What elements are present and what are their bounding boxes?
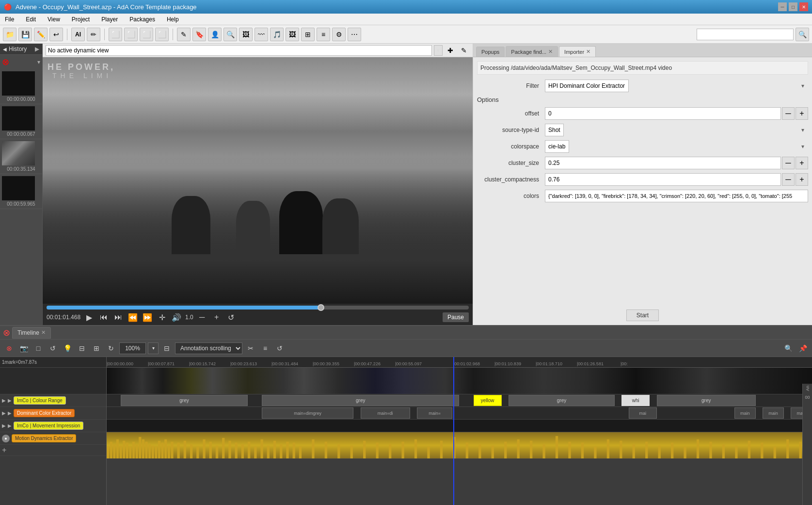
- history-item-3[interactable]: 00:00:59.965: [0, 174, 42, 209]
- dom-segment-6[interactable]: main: [763, 407, 784, 419]
- video-player[interactable]: HE POWER, THE LIMI: [43, 57, 473, 304]
- save-button[interactable]: 💾: [18, 28, 32, 41]
- menu-player[interactable]: Player: [98, 15, 121, 24]
- minimize-button[interactable]: ─: [778, 2, 787, 11]
- motion-dynamics-track[interactable]: [107, 432, 812, 459]
- undo-button[interactable]: ↩: [49, 28, 63, 41]
- menu-view[interactable]: View: [45, 15, 63, 24]
- timeline-tab[interactable]: Timeline ✕: [12, 327, 51, 339]
- tl-blank-button[interactable]: □: [32, 342, 45, 355]
- zoom-button[interactable]: 🔍: [223, 28, 237, 41]
- grid-button[interactable]: ⊞: [301, 28, 315, 41]
- tl-search-button[interactable]: 🔍: [782, 342, 795, 355]
- img2-button[interactable]: 🖼: [286, 28, 299, 41]
- menu-project[interactable]: Project: [69, 15, 93, 24]
- colorspace-select[interactable]: cie-lab: [545, 140, 569, 153]
- edit-view-button[interactable]: ✎: [458, 45, 470, 56]
- colour-range-expand[interactable]: ▶: [2, 398, 6, 403]
- timeline-tab-close[interactable]: ✕: [41, 329, 46, 336]
- tl-scissors-button[interactable]: ✂: [244, 342, 257, 355]
- tl-remove-button[interactable]: ⊗: [3, 342, 16, 355]
- dominant-color-expand2[interactable]: ▶: [8, 410, 12, 416]
- tab-importer[interactable]: Importer ✕: [559, 46, 596, 57]
- segment-white[interactable]: whi: [621, 395, 650, 406]
- tl-export-button[interactable]: ⊞: [90, 342, 103, 355]
- segment-grey-4[interactable]: grey: [657, 395, 756, 406]
- tab-importer-close[interactable]: ✕: [586, 49, 590, 55]
- tab-popups[interactable]: Popups: [476, 47, 505, 57]
- maximize-button[interactable]: □: [789, 2, 797, 11]
- align-right-button[interactable]: ⬜: [140, 28, 153, 41]
- tl-save-button[interactable]: ⊟: [76, 342, 88, 355]
- person-button[interactable]: 👤: [208, 28, 222, 41]
- track-label-movement[interactable]: ▶ ▶ ImCo | Movement Impression: [0, 420, 106, 432]
- timeline-close-button[interactable]: ⊗: [3, 327, 10, 338]
- dom-segment-1[interactable]: main=dimgrey: [262, 407, 353, 419]
- cluster-size-plus[interactable]: +: [796, 157, 808, 169]
- menu-packages[interactable]: Packages: [127, 15, 158, 24]
- movement-expand2[interactable]: ▶: [8, 423, 12, 428]
- start-button[interactable]: Start: [626, 310, 659, 321]
- annotation-mode-select[interactable]: Annotation scrolling: [175, 342, 242, 354]
- play-button[interactable]: ▶: [83, 311, 95, 323]
- tl-refresh2-button[interactable]: ↻: [105, 342, 117, 355]
- dom-segment-4[interactable]: mai: [629, 407, 657, 419]
- next-keyframe-button[interactable]: ⏩: [142, 311, 153, 323]
- dominant-color-track[interactable]: main=dimgrey main=di main= mai main main…: [107, 407, 812, 420]
- segment-grey-3[interactable]: grey: [509, 395, 614, 406]
- add-view-button[interactable]: ✚: [445, 45, 456, 56]
- segment-yellow[interactable]: yellow: [474, 395, 502, 406]
- cluster-compactness-plus[interactable]: +: [796, 173, 808, 186]
- settings-button[interactable]: ⚙: [332, 28, 346, 41]
- progress-track[interactable]: [47, 306, 469, 310]
- history-menu-button[interactable]: ▾: [37, 59, 40, 65]
- tl-add-button[interactable]: 📷: [17, 342, 30, 355]
- speed-plus-button[interactable]: +: [211, 311, 223, 323]
- segment-grey-2[interactable]: grey: [262, 395, 459, 406]
- search-input[interactable]: [697, 29, 794, 40]
- volume-button[interactable]: 🔊: [171, 311, 182, 323]
- colour-range-track[interactable]: grey grey yellow grey whi grey: [107, 394, 812, 407]
- offset-input[interactable]: 0: [545, 107, 781, 120]
- tl-light-button[interactable]: 💡: [61, 342, 74, 355]
- history-expand-button[interactable]: ▶: [35, 46, 39, 52]
- align-center-button[interactable]: ⬜: [124, 28, 138, 41]
- annotate-button[interactable]: AI: [71, 28, 85, 41]
- image-button[interactable]: 🖼: [239, 28, 253, 41]
- tab-package-finder-close[interactable]: ✕: [548, 49, 553, 55]
- add-track-button[interactable]: +: [2, 446, 6, 455]
- menu-file[interactable]: File: [2, 15, 17, 24]
- dom-segment-2[interactable]: main=di: [361, 407, 410, 419]
- move-button[interactable]: ✛: [156, 311, 168, 323]
- tl-cycle-button[interactable]: ↺: [273, 342, 286, 355]
- tab-package-finder[interactable]: Package find... ✕: [506, 46, 558, 57]
- columns-button[interactable]: ⬜: [155, 28, 169, 41]
- filter-select[interactable]: HPI Dominant Color Extractor: [545, 80, 629, 92]
- track-label-motion-dynamics[interactable]: ● Motion Dynamics Extractor: [0, 432, 106, 445]
- dynamic-view-input[interactable]: No active dynamic view: [46, 45, 432, 56]
- bookmark-button[interactable]: 🔖: [192, 28, 206, 41]
- more-button[interactable]: ⋯: [348, 28, 361, 41]
- cluster-compactness-minus[interactable]: ─: [782, 173, 795, 186]
- prev-keyframe-button[interactable]: ⏪: [127, 311, 139, 323]
- history-collapse-button[interactable]: ◀ History: [3, 46, 27, 52]
- menu-help[interactable]: Help: [164, 15, 182, 24]
- colour-range-expand2[interactable]: ▶: [8, 398, 12, 403]
- cluster-size-input[interactable]: 0.25: [545, 157, 781, 169]
- menu-edit[interactable]: Edit: [23, 15, 39, 24]
- track-label-dominant-color[interactable]: ▶ ▶ Dominant Color Extractor: [0, 407, 106, 420]
- movement-track[interactable]: [107, 420, 812, 432]
- next-frame-button[interactable]: ⏭: [112, 311, 124, 323]
- draw-button[interactable]: ✏: [87, 28, 100, 41]
- history-item-1[interactable]: 00:00:00.067: [0, 104, 42, 139]
- align-left-button[interactable]: ⬜: [109, 28, 122, 41]
- dom-segment-5[interactable]: main: [734, 407, 756, 419]
- tl-pin-button[interactable]: 📌: [796, 342, 809, 355]
- list-button[interactable]: ≡: [317, 28, 330, 41]
- search-go-button[interactable]: 🔍: [796, 28, 809, 41]
- history-item-2[interactable]: 00:00:35.134: [0, 139, 42, 174]
- tl-align-button[interactable]: ≡: [259, 342, 271, 355]
- close-button[interactable]: ✕: [799, 2, 808, 11]
- dominant-color-expand[interactable]: ▶: [2, 410, 6, 416]
- prev-frame-button[interactable]: ⏮: [98, 311, 110, 323]
